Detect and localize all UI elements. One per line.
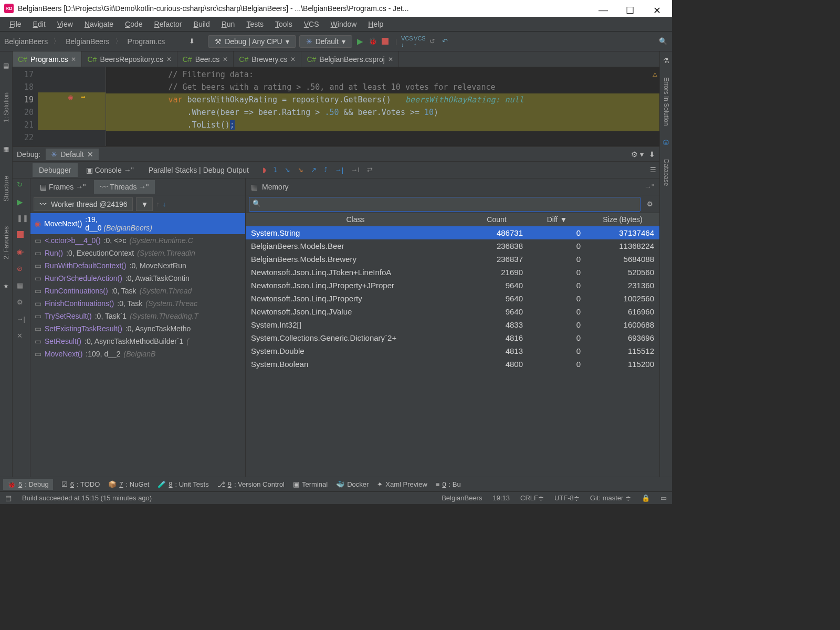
tool-window-button[interactable]: ⎇ 9: Version Control xyxy=(217,480,285,488)
editor-tab[interactable]: C#Beer.cs✕ xyxy=(177,51,234,67)
vcs-commit-icon[interactable]: VCS↑ xyxy=(415,37,424,46)
stack-frame[interactable]: ▭ FinishContinuations():0, Task (System.… xyxy=(30,297,245,310)
menu-tools[interactable]: Tools xyxy=(270,18,298,30)
force-step-into-icon[interactable]: ↘ xyxy=(298,166,303,174)
mute-breakpoints-icon[interactable]: ⊘ xyxy=(17,265,26,274)
tab-frames[interactable]: ▤ Frames →" xyxy=(34,180,92,194)
structure-tool-icon[interactable]: ▦ xyxy=(3,145,9,153)
memory-row[interactable]: System.Collections.Generic.Dictionary`2+… xyxy=(246,331,659,344)
collapse-icon[interactable]: →" xyxy=(644,183,654,191)
memory-row[interactable]: System.Int32[]483301600688 xyxy=(246,318,659,331)
stop-button[interactable] xyxy=(381,37,390,46)
header-count[interactable]: Count xyxy=(465,213,528,226)
solution-tool-button[interactable]: 1: Solution xyxy=(1,90,12,124)
editor-tab[interactable]: C#Brewery.cs✕ xyxy=(234,51,301,67)
search-everywhere-icon[interactable]: 🔍 xyxy=(658,37,668,46)
solution-tool-icon[interactable]: ▤ xyxy=(3,62,9,69)
stack-frame[interactable]: ▭ Run():0, ExecutionContext (System.Thre… xyxy=(30,247,245,259)
editor-tab[interactable]: C#Program.cs✕ xyxy=(13,51,82,67)
history-icon[interactable]: ↺ xyxy=(427,37,437,46)
close-button[interactable]: ✕ xyxy=(653,5,660,12)
tool-window-button[interactable]: ☑ 6: TODO xyxy=(61,480,100,488)
database-icon[interactable]: ⛁ xyxy=(663,139,669,146)
stack-frame[interactable]: ▭ RunWithDefaultContext():0, MoveNextRun xyxy=(30,259,245,272)
memory-row[interactable]: Newtonsoft.Json.Linq.JToken+LineInfoA216… xyxy=(246,266,659,279)
memory-row[interactable]: BelgianBeers.Models.Beer236838011368224 xyxy=(246,239,659,253)
tool-window-button[interactable]: 📦 7: NuGet xyxy=(108,480,149,488)
layout-icon[interactable]: ☰ xyxy=(650,166,656,174)
gear-icon[interactable]: ⚙ xyxy=(17,298,26,308)
close-icon[interactable]: ✕ xyxy=(17,332,26,341)
close-icon[interactable]: ✕ xyxy=(388,56,393,63)
thread-selector[interactable]: 〰 Worker thread @24196 xyxy=(34,197,133,211)
memory-row[interactable]: BelgianBeers.Models.Brewery2368370568408… xyxy=(246,253,659,266)
errors-tool-button[interactable]: Errors In Solution xyxy=(660,75,672,128)
stack-frame[interactable]: ▭ <.cctor>b__4_0():0, <>c (System.Runtim… xyxy=(30,234,245,247)
step-over-icon[interactable]: ⤵ xyxy=(274,166,277,174)
menu-refactor[interactable]: Refactor xyxy=(149,18,187,30)
pin-icon[interactable]: →| xyxy=(17,315,26,324)
menu-view[interactable]: View xyxy=(52,18,78,30)
layout-icon[interactable]: ▦ xyxy=(17,281,26,291)
debug-session-tab[interactable]: ✳ Default ✕ xyxy=(46,149,98,160)
favorites-tool-button[interactable]: 2: Favorites xyxy=(1,224,12,261)
close-icon[interactable]: ✕ xyxy=(87,150,93,159)
editor-tab[interactable]: C#BeersRepository.cs✕ xyxy=(82,51,177,67)
breadcrumb-item[interactable]: Program.cs xyxy=(128,37,165,46)
status-project[interactable]: BelgianBeers xyxy=(442,494,482,502)
status-encoding[interactable]: UTF-8≑ xyxy=(554,494,580,502)
status-eol[interactable]: CRLF≑ xyxy=(520,494,544,502)
notifications-icon[interactable]: ▭ xyxy=(660,494,667,502)
stack-frame[interactable]: ▭ RunOrScheduleAction():0, AwaitTaskCont… xyxy=(30,272,245,285)
close-icon[interactable]: ✕ xyxy=(71,56,76,63)
database-tool-button[interactable]: Database xyxy=(660,157,672,188)
status-git[interactable]: Git: master ≑ xyxy=(590,494,631,502)
stop-icon[interactable] xyxy=(17,231,26,240)
maximize-button[interactable]: ☐ xyxy=(626,5,633,12)
memory-table-header[interactable]: Class Count Diff ▼ Size (Bytes) xyxy=(246,213,659,226)
menu-navigate[interactable]: Navigate xyxy=(79,18,119,30)
code-content[interactable]: // Filtering data: // Get beers with a r… xyxy=(106,67,659,146)
flask-icon[interactable]: ⚗ xyxy=(663,57,669,65)
run-configuration-select[interactable]: ⚒ Debug | Any CPU ▾ xyxy=(208,35,296,48)
lock-icon[interactable]: 🔒 xyxy=(642,494,650,502)
settings-icon[interactable]: ⇄ xyxy=(367,166,373,174)
revert-icon[interactable]: ↶ xyxy=(440,37,449,46)
memory-row[interactable]: System.String486731037137464 xyxy=(246,226,659,239)
next-frame-icon[interactable]: ↓ xyxy=(163,200,166,208)
header-size[interactable]: Size (Bytes) xyxy=(586,213,659,226)
status-caret[interactable]: 19:13 xyxy=(492,494,510,502)
run-button[interactable]: ▶ xyxy=(355,37,365,46)
tool-window-button[interactable]: 🐳 Docker xyxy=(336,480,369,488)
stack-frame[interactable]: ▭ MoveNext():109, d__2 (BelgianB xyxy=(30,348,245,360)
menu-edit[interactable]: Edit xyxy=(28,18,51,30)
gear-icon[interactable]: ⚙ ▾ xyxy=(631,150,644,159)
stack-frame[interactable]: ▭ SetExistingTaskResult():0, AsyncTaskMe… xyxy=(30,322,245,335)
memory-row[interactable]: Newtonsoft.Json.Linq.JProperty9640010025… xyxy=(246,292,659,305)
thread-dropdown[interactable]: ▼ xyxy=(136,197,153,211)
menu-vcs[interactable]: VCS xyxy=(299,18,324,30)
tab-threads[interactable]: 〰 Threads →" xyxy=(94,180,155,194)
editor-tab[interactable]: C#BelgianBeers.csproj✕ xyxy=(301,51,398,67)
memory-row[interactable]: Newtonsoft.Json.Linq.JValue96400616960 xyxy=(246,305,659,318)
breadcrumb[interactable]: BelgianBeers 〉 BelgianBeers 〉 Program.cs xyxy=(4,37,165,46)
status-icon[interactable]: ▤ xyxy=(5,494,12,502)
frames-list[interactable]: ◉ MoveNext():19, d__0 (BelgianBeers)▭ <.… xyxy=(30,213,245,477)
tool-window-button[interactable]: ✦ Xaml Preview xyxy=(377,480,427,488)
tool-window-button[interactable]: 🧪 8: Unit Tests xyxy=(158,480,208,488)
view-breakpoints-icon[interactable]: ◉◦ xyxy=(17,248,26,257)
step-into-icon[interactable]: ↘ xyxy=(285,166,290,174)
breakpoint-gutter[interactable]: ◉➡ xyxy=(38,67,106,146)
vcs-update-icon[interactable]: VCS↓ xyxy=(402,37,412,46)
menu-run[interactable]: Run xyxy=(216,18,240,30)
code-editor[interactable]: ⚠ 17181920212223 ◉➡ // Filtering data: /… xyxy=(13,67,659,146)
stack-frame[interactable]: ▭ SetResult():0, AsyncTaskMethodBuilder`… xyxy=(30,335,245,348)
tab-console[interactable]: ▣ Console →" xyxy=(80,163,140,177)
step-out-icon[interactable]: ↗ xyxy=(311,166,317,174)
menu-window[interactable]: Window xyxy=(326,18,362,30)
pause-icon[interactable]: ❚❚ xyxy=(17,214,26,224)
gear-icon[interactable]: ⚙ xyxy=(644,200,656,208)
debug-button[interactable]: 🐞 xyxy=(368,37,377,46)
tab-parallel-stacks[interactable]: Parallel Stacks | Debug Output xyxy=(142,163,255,177)
menu-file[interactable]: File xyxy=(4,18,27,30)
